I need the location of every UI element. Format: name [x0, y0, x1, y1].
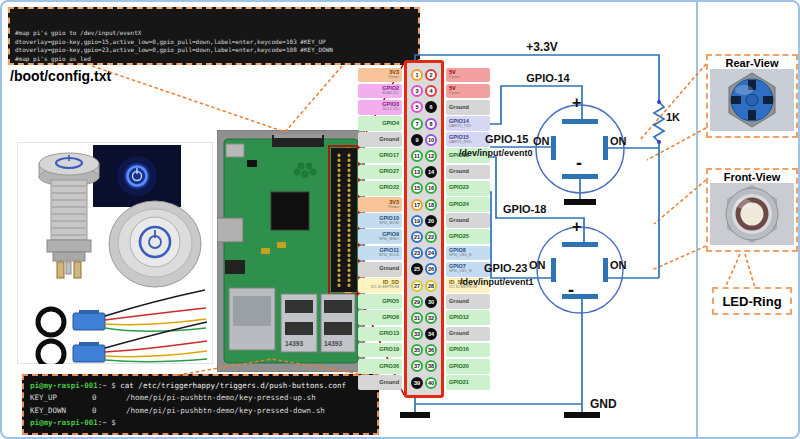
gpio-label-ground: Ground [446, 213, 490, 228]
gpio-pin-22: 22 [425, 231, 437, 243]
gpio-pin-9: 9 [411, 134, 423, 146]
gpio-pin-row: 1314 [410, 164, 438, 180]
pushbutton-front-angled-view [109, 201, 201, 287]
label-on-2-right: ON [610, 259, 627, 271]
gpio-pin-1: 1 [411, 69, 423, 81]
gpio-label-gpio14: GPIO14UART0_TXD [446, 116, 490, 131]
gpio-label-gpio20: GPIO20 [446, 359, 490, 374]
trigger-prompt-line: pi@my-raspi-001:~ $ cat /etc/triggerhapp… [30, 380, 371, 392]
gpio-pin-row: 1718 [410, 197, 438, 213]
gpio-label-gpio19: GPIO19 [358, 343, 402, 358]
label-plus-2: + [572, 218, 581, 236]
terminal-command: cat /etc/triggerhappy/triggers.d/push-bu… [120, 381, 346, 390]
label-minus-1: - [576, 153, 582, 174]
usb-stamp-1: 14393 [285, 340, 303, 347]
gpio-pin-row: 34 [410, 83, 438, 99]
pushbutton-symbol-1 [536, 105, 624, 193]
gpio-pin-19: 19 [411, 215, 423, 227]
gpio-pin-8: 8 [425, 118, 437, 130]
prompt-path: :~ $ [98, 381, 121, 390]
trigger-rows: KEY_UP0/home/pi/pi-pushbtn-demo/key-pres… [30, 392, 371, 417]
gpio-label-gpio24: GPIO24 [446, 197, 490, 212]
gpio-pin-4: 4 [425, 85, 437, 97]
gpio-label-gpio3: GPIO3SCL1 I2C [358, 100, 402, 115]
gpio-pin-17: 17 [411, 199, 423, 211]
gpio-pin-row: 56 [410, 99, 438, 115]
gpio-pin-10: 10 [425, 134, 437, 146]
gpio-pin-23: 23 [411, 247, 423, 259]
config-terminal: #map pi's gpio to /dev/input/eventXdtove… [8, 7, 420, 65]
config-line: dtoverlay=gpio-led,gpio=14,active_low=0,… [15, 64, 413, 65]
gpio-header [331, 148, 357, 292]
led-ring-label: LED-Ring [722, 294, 781, 309]
gpio-pin-29: 29 [411, 296, 423, 308]
gpio-pin-34: 34 [425, 328, 437, 340]
gpio-pin-30: 30 [425, 296, 437, 308]
label-gpio18: GPIO-18 [503, 203, 546, 215]
gpio-label-gpio10: GPIO10SPI0_MOSI [358, 213, 402, 228]
gpio-label-ground: Ground [358, 262, 402, 277]
gpio-pin-15: 15 [411, 182, 423, 194]
gpio-pin-11: 11 [411, 150, 423, 162]
gpio-label-gpio6: GPIO6 [358, 310, 402, 325]
gpio-label-gpio23: GPIO23 [446, 181, 490, 196]
gpio-pin-row: 78 [410, 116, 438, 132]
gpio-pin-31: 31 [411, 312, 423, 324]
gpio-pin-16: 16 [425, 182, 437, 194]
gpio-pin-5: 5 [411, 101, 423, 113]
gpio-pin-row: 2930 [410, 294, 438, 310]
gpio-pin-row: 3334 [410, 326, 438, 342]
gpio-label-gpio12: GPIO12 [446, 310, 490, 325]
rear-view-box: Rear-View [706, 54, 798, 138]
vertical-divider [696, 2, 698, 439]
config-terminal-body: #map pi's gpio to /dev/input/eventXdtove… [15, 29, 413, 65]
gpio-label-gpio13: GPIO13 [358, 327, 402, 342]
gpio-pin-row: 3940 [410, 375, 438, 391]
gpio-pin-row: 3132 [410, 310, 438, 326]
gpio-label-ground: Ground [446, 294, 490, 309]
gpio-pin-row: 2526 [410, 261, 438, 277]
config-file-caption: /boot/config.txt [10, 68, 111, 84]
gpio-pin-row: 2122 [410, 229, 438, 245]
gpio-pin-18: 18 [425, 199, 437, 211]
gpio-pin-25: 25 [411, 263, 423, 275]
label-gpio14: GPIO-14 [512, 72, 584, 84]
gpio-pin-37: 37 [411, 360, 423, 372]
gpio-pin-39: 39 [411, 377, 423, 389]
label-on-1-left: ON [533, 135, 550, 147]
gpio-pin-3: 3 [411, 85, 423, 97]
gpio-pin-row: 910 [410, 132, 438, 148]
gpio-label-gpio27: GPIO27 [358, 165, 402, 180]
label-1k: 1K [666, 111, 680, 123]
trigger-row: KEY_UP0/home/pi/pi-pushbtn-demo/key-pres… [30, 392, 371, 404]
gpio-pin-12: 12 [425, 150, 437, 162]
button-product-photo [17, 142, 213, 364]
gpio-pin-14: 14 [425, 166, 437, 178]
audio-jack [225, 260, 245, 274]
gpio-pin-24: 24 [425, 247, 437, 259]
prompt-user: pi@my-raspi-001 [30, 381, 98, 390]
gpio-pin-6: 6 [425, 101, 437, 113]
gpio-pin-row: 1920 [410, 213, 438, 229]
gpio-pin-row: 2728 [410, 277, 438, 293]
label-on-1-right: ON [610, 135, 627, 147]
gpio-pin-13: 13 [411, 166, 423, 178]
gpio-label-gpio25: GPIO25 [446, 229, 490, 244]
front-view-title: Front-View [708, 171, 796, 183]
gpio-pin-36: 36 [425, 344, 437, 356]
gpio-label-gpio16: GPIO16 [446, 343, 490, 358]
gpio-label-3v3: 3V3Power [358, 68, 402, 83]
gpio-pin-40: 40 [425, 377, 437, 389]
gpio-pin-27: 27 [411, 280, 423, 292]
wire-gpio14 [490, 86, 582, 124]
led-ring-box: LED-Ring [712, 287, 792, 315]
gpio-pin-row: 3738 [410, 358, 438, 374]
gpio-label-5v: 5VPower [446, 68, 490, 83]
gpio-label-5v: 5VPower [446, 84, 490, 99]
gpio-pin-32: 32 [425, 312, 437, 324]
gpio-pin-33: 33 [411, 328, 423, 340]
label-gpio23: GPIO-23 [484, 262, 527, 274]
front-view-box: Front-View [706, 168, 798, 252]
label-plus-1: + [572, 94, 581, 112]
front-view-photo [710, 183, 794, 245]
